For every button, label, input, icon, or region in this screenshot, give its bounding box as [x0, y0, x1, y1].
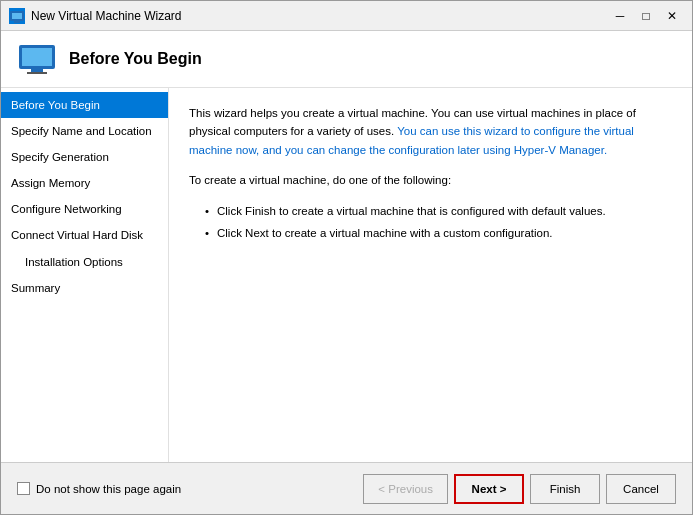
header-icon: [17, 43, 57, 75]
svg-rect-1: [12, 13, 22, 19]
next-button[interactable]: Next >: [454, 474, 524, 504]
svg-rect-2: [14, 21, 20, 23]
header-section: Before You Begin: [1, 31, 692, 88]
sidebar-item[interactable]: Installation Options: [1, 249, 168, 275]
bullet-list: Click Finish to create a virtual machine…: [205, 200, 672, 245]
sidebar-item[interactable]: Specify Generation: [1, 144, 168, 170]
cancel-button[interactable]: Cancel: [606, 474, 676, 504]
do-not-show-label[interactable]: Do not show this page again: [17, 482, 363, 495]
instruction-intro: To create a virtual machine, do one of t…: [189, 171, 672, 189]
sidebar-item[interactable]: Summary: [1, 275, 168, 301]
finish-button[interactable]: Finish: [530, 474, 600, 504]
footer-buttons: < Previous Next > Finish Cancel: [363, 474, 676, 504]
sidebar-item[interactable]: Before You Begin: [1, 92, 168, 118]
wizard-window: New Virtual Machine Wizard ─ □ ✕ Before …: [0, 0, 693, 515]
sidebar-item[interactable]: Assign Memory: [1, 170, 168, 196]
window-icon: [9, 8, 25, 24]
sidebar-item[interactable]: Configure Networking: [1, 196, 168, 222]
do-not-show-checkbox[interactable]: [17, 482, 30, 495]
minimize-button[interactable]: ─: [608, 6, 632, 26]
previous-button[interactable]: < Previous: [363, 474, 448, 504]
description-paragraph: This wizard helps you create a virtual m…: [189, 104, 672, 159]
sidebar: Before You BeginSpecify Name and Locatio…: [1, 88, 169, 462]
window-title: New Virtual Machine Wizard: [31, 9, 608, 23]
bullet-item-1: Click Finish to create a virtual machine…: [205, 200, 672, 222]
bullet-item-2: Click Next to create a virtual machine w…: [205, 222, 672, 244]
footer: Do not show this page again < Previous N…: [1, 462, 692, 514]
svg-rect-6: [27, 72, 47, 74]
sidebar-item[interactable]: Connect Virtual Hard Disk: [1, 222, 168, 248]
page-title: Before You Begin: [69, 50, 202, 68]
window-controls: ─ □ ✕: [608, 6, 684, 26]
title-bar: New Virtual Machine Wizard ─ □ ✕: [1, 1, 692, 31]
svg-rect-4: [22, 48, 52, 66]
content-area: Before You BeginSpecify Name and Locatio…: [1, 88, 692, 462]
maximize-button[interactable]: □: [634, 6, 658, 26]
close-button[interactable]: ✕: [660, 6, 684, 26]
main-content: This wizard helps you create a virtual m…: [169, 88, 692, 462]
sidebar-item[interactable]: Specify Name and Location: [1, 118, 168, 144]
